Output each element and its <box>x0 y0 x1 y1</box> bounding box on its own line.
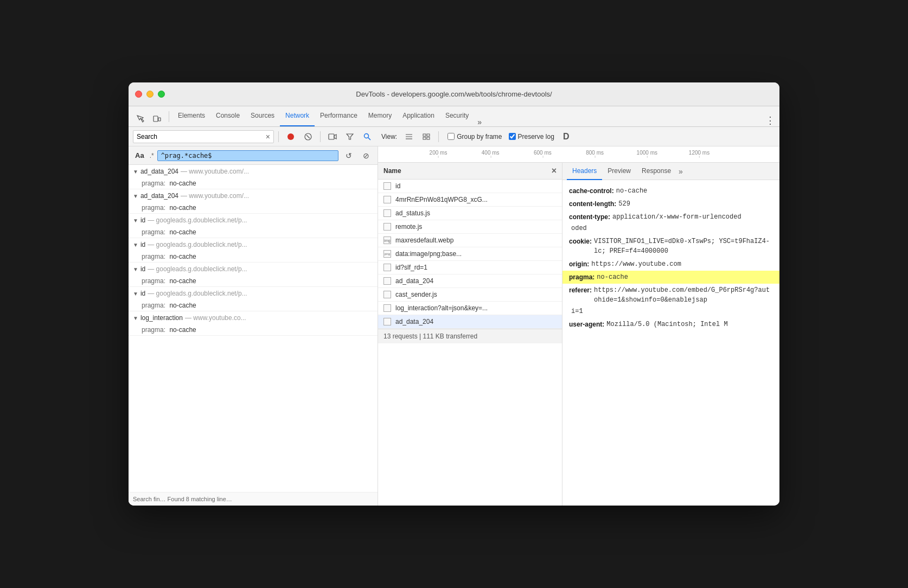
tab-console[interactable]: Console <box>210 106 245 126</box>
header-value: Mozilla/5.0 (Macintosh; Intel M <box>606 319 727 329</box>
header-name: cache-control: <box>569 186 614 196</box>
search-filter-row: Aa .* ↺ ⊘ <box>129 146 378 165</box>
tab-security[interactable]: Security <box>440 106 474 126</box>
file-name: ad_status.js <box>395 209 557 217</box>
search-button[interactable] <box>360 129 375 144</box>
case-sensitive-button[interactable]: Aa <box>133 150 146 161</box>
result-header[interactable]: ▼ log_interaction — www.youtube.co... <box>129 311 378 324</box>
svg-marker-7 <box>347 134 353 139</box>
file-name: cast_sender.js <box>395 291 557 298</box>
tab-application[interactable]: Application <box>397 106 440 126</box>
list-item: ▼ ad_data_204 — www.youtube.com/... prag… <box>129 165 378 189</box>
maximize-button[interactable] <box>158 91 165 98</box>
filter-button[interactable] <box>342 129 357 144</box>
list-item[interactable]: 4mrRnEPnWo81qWPG8_xcG... <box>378 193 562 207</box>
list-item[interactable]: png data:image/png;base... <box>378 247 562 261</box>
list-item[interactable]: ad_status.js <box>378 207 562 220</box>
close-button[interactable] <box>135 91 142 98</box>
file-name: remote.js <box>395 223 557 231</box>
file-icon <box>383 182 391 190</box>
result-name: log_interaction <box>140 314 183 322</box>
list-item-selected[interactable]: ad_data_204 <box>378 315 562 329</box>
header-value-overflow: oded <box>569 223 587 233</box>
timeline-tick-600ms: 600 ms <box>534 150 552 156</box>
expand-icon: ▼ <box>133 291 138 297</box>
stop-recording-button[interactable] <box>300 129 316 144</box>
list-view-button[interactable] <box>401 129 417 144</box>
timeline-header: 200 ms 400 ms 600 ms 800 ms 1000 ms 1200… <box>378 146 779 163</box>
header-name: pragma: <box>569 272 594 282</box>
regex-toggle-button[interactable]: .* <box>150 152 154 159</box>
header-name: user-agent: <box>569 319 604 329</box>
tab-memory[interactable]: Memory <box>363 106 397 126</box>
timeline-tick-200ms: 200 ms <box>430 150 447 156</box>
file-icon <box>383 304 391 312</box>
svg-rect-13 <box>423 134 426 136</box>
list-item[interactable]: cast_sender.js <box>378 288 562 302</box>
result-url: — googleads.g.doubleclick.net/p... <box>148 290 247 297</box>
list-item[interactable]: log_interaction?alt=json&key=... <box>378 302 562 315</box>
result-header[interactable]: ▼ id — googleads.g.doubleclick.net/p... <box>129 263 378 276</box>
tabs-menu-button[interactable]: ⋮ <box>765 114 775 126</box>
tab-headers[interactable]: Headers <box>567 163 602 180</box>
file-icon: img <box>383 237 391 244</box>
detail-view-button[interactable] <box>419 129 434 144</box>
list-item[interactable]: id <box>378 180 562 193</box>
svg-line-9 <box>368 137 371 140</box>
refresh-filter-button[interactable]: ↺ <box>342 149 356 163</box>
header-name: content-length: <box>569 199 616 209</box>
result-header[interactable]: ▼ id — googleads.g.doubleclick.net/p... <box>129 238 378 251</box>
header-value: no-cache <box>616 186 648 196</box>
list-item[interactable]: img maxresdefault.webp <box>378 234 562 247</box>
svg-rect-15 <box>423 137 426 139</box>
view-label: View: <box>381 133 397 140</box>
inspect-icon[interactable] <box>133 111 148 126</box>
preserve-log-label[interactable]: Preserve log <box>518 133 554 140</box>
main-content: Aa .* ↺ ⊘ ▼ ad_data_204 — www.youtube.co… <box>129 146 779 506</box>
result-url: — googleads.g.doubleclick.net/p... <box>148 241 247 248</box>
expand-icon: ▼ <box>133 193 138 199</box>
search-clear-button[interactable]: × <box>266 132 270 141</box>
timeline-tick-1000ms: 1000 ms <box>637 150 657 156</box>
network-panel: Name × id 4mrRnEPnWo81qWPG8_xcG... ad_st… <box>378 163 779 506</box>
tab-sources[interactable]: Sources <box>245 106 280 126</box>
preserve-log-checkbox[interactable] <box>509 133 516 140</box>
list-item[interactable]: ad_data_204 <box>378 274 562 288</box>
result-url: — www.youtube.co... <box>185 314 246 322</box>
tab-elements[interactable]: Elements <box>172 106 210 126</box>
group-by-frame-label[interactable]: Group by frame <box>457 133 502 140</box>
search-input[interactable] <box>137 133 266 140</box>
result-match: pragma: no-cache <box>129 227 378 238</box>
group-by-frame-checkbox[interactable] <box>447 133 455 140</box>
minimize-button[interactable] <box>146 91 154 98</box>
file-name: 4mrRnEPnWo81qWPG8_xcG... <box>395 196 557 203</box>
tab-performance[interactable]: Performance <box>315 106 363 126</box>
headers-tabs-overflow[interactable]: » <box>679 167 683 176</box>
tab-preview[interactable]: Preview <box>602 163 636 180</box>
match-label: pragma: <box>142 204 165 212</box>
tabs-overflow-button[interactable]: » <box>475 118 484 126</box>
cancel-filter-button[interactable]: ⊘ <box>359 149 373 163</box>
header-row-cache-control: cache-control: no-cache <box>569 184 773 197</box>
tab-network[interactable]: Network <box>280 106 315 126</box>
result-header[interactable]: ▼ ad_data_204 — www.youtube.com/... <box>129 165 378 178</box>
timeline-tick-1200ms: 1200 ms <box>689 150 709 156</box>
tab-response[interactable]: Response <box>636 163 676 180</box>
result-header[interactable]: ▼ id — googleads.g.doubleclick.net/p... <box>129 214 378 227</box>
expand-icon: ▼ <box>133 169 138 175</box>
device-icon[interactable] <box>149 111 164 126</box>
list-item[interactable]: id?slf_rd=1 <box>378 261 562 274</box>
record-button[interactable] <box>283 129 298 144</box>
toolbar-separator-2 <box>320 131 321 142</box>
result-header[interactable]: ▼ id — googleads.g.doubleclick.net/p... <box>129 287 378 300</box>
match-value: no-cache <box>169 228 196 236</box>
file-icon <box>383 196 391 203</box>
regex-input[interactable] <box>157 150 338 161</box>
list-item[interactable]: remote.js <box>378 220 562 234</box>
capture-screenshots-button[interactable] <box>325 129 340 144</box>
file-icon <box>383 264 391 271</box>
more-filters-button[interactable]: D <box>559 129 574 144</box>
result-header[interactable]: ▼ ad_data_204 — www.youtube.com/... <box>129 189 378 202</box>
result-name: id <box>140 265 145 273</box>
close-details-button[interactable]: × <box>552 166 557 176</box>
